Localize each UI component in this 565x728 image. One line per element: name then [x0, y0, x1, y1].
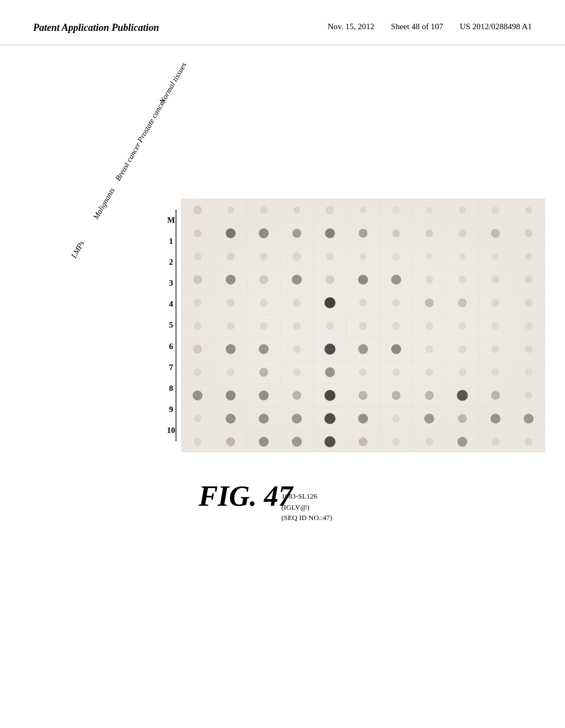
figure-caption: FIG. 47: [199, 480, 292, 512]
row-label-m: M: [167, 216, 175, 225]
patent-number: US 2012/0288498 A1: [460, 22, 532, 31]
blot-grid: [181, 199, 545, 452]
label-prostate-cancer: Prostate cancer: [136, 97, 168, 144]
gene-name: (IGLV@): [281, 502, 332, 513]
header-info: Nov. 15, 2012 Sheet 48 of 107 US 2012/02…: [328, 22, 532, 31]
label-malignants: Malignants: [92, 186, 117, 221]
seq-id: (SEQ ID NO.:47): [281, 512, 332, 523]
svg-rect-146: [181, 199, 545, 452]
sheet-info: Sheet 48 of 107: [391, 22, 444, 31]
pub-date: Nov. 15, 2012: [328, 22, 375, 31]
row-label-1: 1: [169, 237, 173, 246]
publication-title: Patent Application Publication: [33, 22, 159, 34]
row-label-6: 6: [169, 342, 173, 351]
row-label-8: 8: [169, 384, 173, 393]
label-lmps: LMPs: [70, 239, 87, 260]
row-label-2: 2: [169, 258, 173, 267]
header: Patent Application Publication Nov. 15, …: [0, 0, 565, 45]
label-breast-cancer: Breast cancer: [114, 141, 143, 183]
row-numbers: M 1 2 3 4 5 6 7 8 9 10: [163, 210, 179, 441]
row-label-3: 3: [169, 279, 173, 288]
row-label-10: 10: [167, 426, 175, 435]
row-label-9: 9: [169, 405, 173, 414]
row-label-4: 4: [169, 299, 173, 309]
figure-number: FIG. 47: [199, 480, 292, 512]
row-label-7: 7: [169, 363, 173, 372]
row-label-5: 5: [169, 320, 173, 330]
page-container: Patent Application Publication Nov. 15, …: [0, 0, 565, 728]
pub-info: Nov. 15, 2012 Sheet 48 of 107 US 2012/02…: [328, 22, 532, 31]
probe-name: 1083-SL126: [281, 491, 332, 502]
figure-details: 1083-SL126 (IGLV@) (SEQ ID NO.:47): [281, 491, 332, 523]
